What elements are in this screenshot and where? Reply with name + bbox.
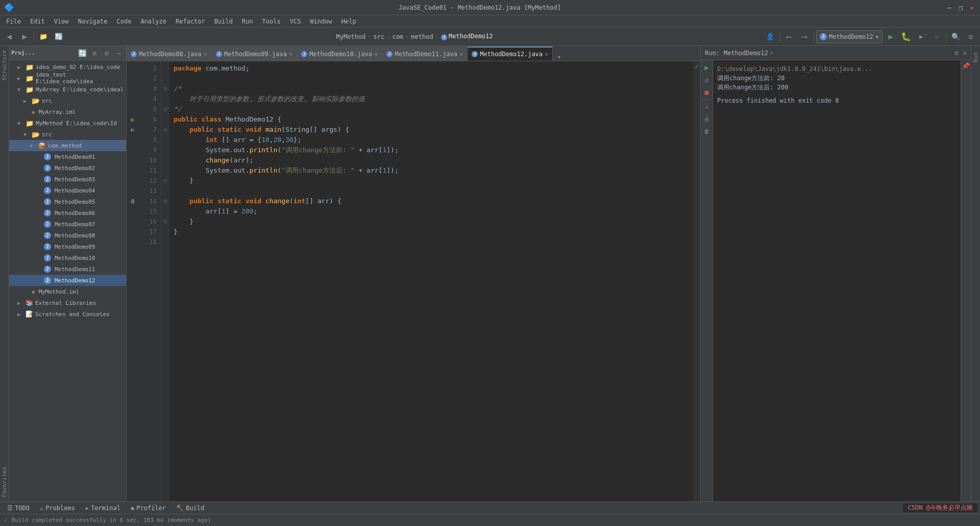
- menu-view[interactable]: View: [50, 17, 73, 26]
- tree-item-external-libraries[interactable]: ▶ 📚 External Libraries: [9, 297, 126, 308]
- tab-methoddemo12[interactable]: J MethodDemo12.java ✕: [468, 46, 553, 61]
- tab-close-icon[interactable]: ✕: [545, 51, 548, 58]
- run-button[interactable]: ▶: [884, 30, 898, 44]
- tab-terminal[interactable]: ▸ Terminal: [80, 503, 126, 514]
- tab-problems[interactable]: ⚠ Problems: [35, 503, 80, 514]
- stop-button[interactable]: ■: [702, 87, 712, 97]
- tab-profiler[interactable]: ◈ Profiler: [126, 503, 171, 514]
- menu-build[interactable]: Build: [210, 17, 237, 26]
- nav-backward-button[interactable]: ⟵: [782, 30, 796, 44]
- tab-close-icon[interactable]: ✕: [289, 51, 292, 58]
- nav-forward-button2[interactable]: ⟶: [797, 30, 812, 44]
- more-run-options[interactable]: ⋯: [929, 30, 944, 44]
- run-config-selector[interactable]: J MethodDemo12 ▾: [816, 30, 883, 43]
- fold-marker2[interactable]: ⊟: [161, 104, 169, 114]
- menu-help[interactable]: Help: [337, 17, 360, 26]
- menu-edit[interactable]: Edit: [26, 17, 49, 26]
- structure-tab[interactable]: Structure: [0, 46, 9, 85]
- breadcrumb-mymethod[interactable]: MyMethod: [336, 33, 365, 40]
- tree-item-mymethod[interactable]: ▼ 📁 MyMethod E:\idea_code\Id: [9, 117, 126, 129]
- tab-close-icon[interactable]: ✕: [204, 51, 207, 58]
- sync-button[interactable]: 🔄: [77, 48, 87, 58]
- tree-item-myarray-iml[interactable]: ◆ MyArray.iml: [9, 106, 126, 117]
- tree-item-methoddemo06[interactable]: J MethodDemo06: [9, 207, 126, 219]
- run-tab[interactable]: Run: [971, 48, 980, 66]
- tree-item-com-method[interactable]: ▼ 📦 com.method: [9, 140, 126, 151]
- code-content[interactable]: package com.method; /* 对于引用类型的参数, 形式参数的改…: [169, 61, 693, 501]
- tree-item-mymethod-src[interactable]: ▼ 📂 src: [9, 129, 126, 140]
- tree-item-methoddemo12[interactable]: J MethodDemo12: [9, 275, 126, 286]
- tree-item-methoddemo10[interactable]: J MethodDemo10: [9, 252, 126, 264]
- rerun-button[interactable]: ↺: [702, 75, 712, 85]
- close-run-panel-icon[interactable]: ✕: [963, 49, 967, 57]
- print-button[interactable]: 🖨: [702, 114, 712, 124]
- run-with-coverage[interactable]: ▶̈: [914, 30, 928, 44]
- fold-marker[interactable]: ⊟: [161, 84, 169, 94]
- menu-file[interactable]: File: [2, 17, 25, 26]
- tree-item-methoddemo08[interactable]: J MethodDemo08: [9, 230, 126, 241]
- refresh-button[interactable]: 🔄: [52, 30, 66, 44]
- settings-button[interactable]: ⚙: [964, 30, 978, 44]
- tree-item-scratches[interactable]: ▶ 📝 Scratches and Consoles: [9, 308, 126, 320]
- fold-marker5[interactable]: ⊟: [161, 196, 169, 206]
- tree-item-methoddemo01[interactable]: J MethodDemo01: [9, 151, 126, 162]
- code-editor[interactable]: ▶ ▶ @ 1 2 3 4 5 6 7 8 9: [127, 61, 700, 501]
- recent-files-button[interactable]: 📁: [36, 30, 51, 44]
- pin-button[interactable]: 📌: [962, 62, 970, 69]
- tree-item-methoddemo04[interactable]: J MethodDemo04: [9, 185, 126, 196]
- clear-button[interactable]: 🗑: [702, 126, 712, 136]
- breadcrumb-method[interactable]: method: [411, 33, 433, 40]
- favorites-tab[interactable]: Favorites: [0, 463, 9, 501]
- breadcrumb-methoddemo12[interactable]: JMethodDemo12: [441, 33, 493, 40]
- run-main-gutter-icon[interactable]: ▶: [131, 125, 134, 135]
- tab-todo[interactable]: ☰ TODO: [2, 503, 35, 514]
- tab-close-icon[interactable]: ✕: [374, 51, 378, 58]
- menu-refactor[interactable]: Refactor: [172, 17, 209, 26]
- tree-item-idea-demo02[interactable]: ▶ 📁 idea_demo_02 E:\idea_code: [9, 61, 126, 73]
- menu-vcs[interactable]: VCS: [286, 17, 305, 26]
- tree-item-idea-test[interactable]: ▶ 📁 idea_test E:\idea_code\idea: [9, 73, 126, 84]
- tree-item-methoddemo09[interactable]: J MethodDemo09: [9, 241, 126, 252]
- fold-marker3[interactable]: ⊟: [161, 125, 169, 135]
- run-class-gutter-icon[interactable]: ▶: [131, 114, 134, 125]
- menu-code[interactable]: Code: [113, 17, 136, 26]
- profile-button[interactable]: 👤: [763, 30, 777, 44]
- tab-methoddemo09[interactable]: J MethodDemo09.java ✕: [212, 46, 297, 61]
- tree-item-methoddemo02[interactable]: J MethodDemo02: [9, 162, 126, 174]
- minimize-button[interactable]: −: [945, 4, 953, 12]
- debug-button[interactable]: 🐛: [899, 30, 913, 44]
- tab-methoddemo11[interactable]: J MethodDemo11.java ✕: [382, 46, 468, 61]
- scroll-output-button[interactable]: ↓: [702, 102, 712, 112]
- fold-marker6[interactable]: ⊟: [161, 217, 169, 227]
- menu-run[interactable]: Run: [238, 17, 257, 26]
- search-everywhere-button[interactable]: 🔍: [948, 30, 963, 44]
- tab-build[interactable]: 🔨 Build: [171, 503, 209, 514]
- tab-more-button[interactable]: ▾: [553, 53, 565, 61]
- run-settings-icon[interactable]: ⚙: [954, 49, 959, 57]
- tree-item-methoddemo05[interactable]: J MethodDemo05: [9, 196, 126, 207]
- tab-methoddemo08[interactable]: J MethodDemo08.java ✕: [127, 46, 212, 61]
- minimize-panel-button[interactable]: −: [114, 48, 124, 58]
- menu-window[interactable]: Window: [306, 17, 336, 26]
- menu-tools[interactable]: Tools: [258, 17, 285, 26]
- tree-item-myarray[interactable]: ▼ 📁 MyArray E:\idea_code\ideal: [9, 84, 126, 95]
- tree-item-methoddemo11[interactable]: J MethodDemo11: [9, 264, 126, 275]
- close-button[interactable]: ✕: [968, 4, 976, 12]
- run-again-button[interactable]: ▶: [702, 62, 712, 73]
- more-options-button[interactable]: ⚙: [102, 48, 112, 58]
- tree-item-myarray-src[interactable]: ▶ 📂 src: [9, 95, 126, 106]
- menu-analyze[interactable]: Analyze: [136, 17, 170, 26]
- tab-close-icon[interactable]: ✕: [459, 51, 463, 58]
- fold-marker4[interactable]: ⊟: [161, 176, 169, 186]
- run-dropdown-icon[interactable]: ▾: [770, 50, 773, 56]
- tree-item-mymethod-iml[interactable]: ◆ MyMethod.iml: [9, 286, 126, 297]
- nav-back-button[interactable]: ◀: [2, 30, 16, 44]
- tab-methoddemo10[interactable]: J MethodDemo10.java ✕: [297, 46, 382, 61]
- breadcrumb-com[interactable]: com: [392, 33, 403, 40]
- collapse-button[interactable]: ≡: [89, 48, 100, 58]
- tree-item-methoddemo07[interactable]: J MethodDemo07: [9, 219, 126, 230]
- nav-forward-button[interactable]: ▶: [17, 30, 32, 44]
- menu-navigate[interactable]: Navigate: [74, 17, 112, 26]
- tree-item-methoddemo03[interactable]: J MethodDemo03: [9, 174, 126, 185]
- maximize-button[interactable]: ❐: [957, 4, 965, 12]
